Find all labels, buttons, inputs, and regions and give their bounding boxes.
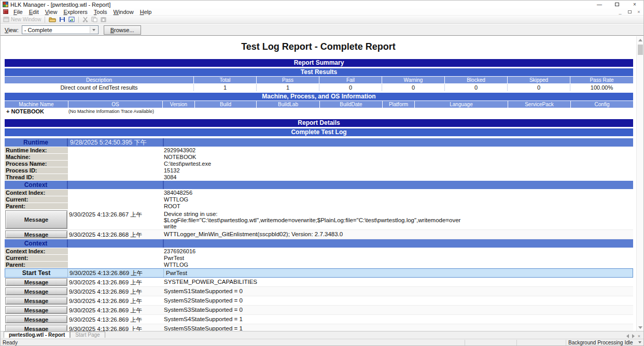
- chevron-down-icon[interactable]: [90, 26, 97, 33]
- log-message-row: Message9/30/2025 4:13:26.869 上午SystemS4S…: [5, 315, 633, 324]
- browse-button[interactable]: Browse...: [104, 25, 141, 35]
- log-kv-label: Process Name:: [5, 161, 68, 167]
- complete-test-log-header: Complete Test Log: [5, 128, 633, 136]
- tab-scroll-right-icon[interactable]: [632, 334, 635, 338]
- log-section-timestamp: 9/28/2025 5:24:50.395 下午: [68, 138, 164, 147]
- log-kv-row: Thread ID:3084: [5, 174, 633, 181]
- log-section-label: Context: [5, 181, 68, 189]
- view-select[interactable]: - Complete: [22, 25, 99, 34]
- log-kv-value: WTTLOG: [164, 196, 633, 203]
- report-icon: [68, 17, 75, 22]
- cut-button[interactable]: [81, 16, 90, 23]
- start-test-row[interactable]: Start Test9/30/2025 4:13:26.869 上午PwrTes…: [5, 268, 633, 278]
- paste-button[interactable]: [99, 16, 108, 23]
- menu-edit[interactable]: Edit: [26, 9, 42, 15]
- status-ready: Ready: [1, 340, 465, 345]
- mdi-minimize-icon[interactable]: _: [615, 9, 625, 15]
- log-kv-value: 384048256: [164, 190, 633, 196]
- test-results-cell: 100.00%: [570, 84, 633, 91]
- test-results-cell: 0: [319, 84, 382, 91]
- mdi-close-icon[interactable]: ×: [634, 9, 643, 15]
- message-button[interactable]: Message: [5, 287, 67, 295]
- column-header: Total: [194, 77, 257, 83]
- menu-help[interactable]: Help: [137, 9, 155, 15]
- scroll-up-icon[interactable]: [637, 36, 643, 44]
- log-kv-label: Current:: [5, 196, 68, 203]
- message-button[interactable]: Message: [5, 278, 67, 286]
- message-button[interactable]: Message: [5, 210, 67, 229]
- minimize-icon[interactable]: —: [591, 1, 608, 8]
- restore-icon[interactable]: [608, 1, 626, 8]
- log-section-row[interactable]: Context: [5, 239, 633, 248]
- cut-scissors-icon: [82, 17, 88, 22]
- column-header: Skipped: [508, 77, 570, 83]
- column-header: Version: [163, 101, 195, 108]
- message-button[interactable]: Message: [5, 230, 67, 238]
- new-window-label: New Window: [11, 17, 41, 22]
- app-icon: [3, 2, 8, 7]
- log-kv-value: 2376926016: [164, 248, 633, 255]
- report-view: Test Log Report - Complete Report Report…: [1, 36, 636, 331]
- menu-tools[interactable]: Tools: [91, 9, 110, 15]
- message-text: SystemS1StateSupported = 0: [164, 287, 633, 296]
- chevron-down-icon[interactable]: [638, 341, 641, 343]
- message-button[interactable]: Message: [5, 306, 67, 314]
- message-button[interactable]: Message: [5, 315, 67, 323]
- document-icon[interactable]: [3, 9, 8, 14]
- log-kv-value: 2929943902: [164, 147, 633, 154]
- tab-start-page[interactable]: Start Page: [70, 331, 105, 338]
- menu-explorers[interactable]: Explorers: [60, 9, 90, 15]
- message-text: WTTLogger_MinWin_GitEnlistment(sscpbld02…: [164, 230, 633, 239]
- new-window-button[interactable]: New Window: [2, 16, 43, 23]
- start-test-value: PwrTest: [164, 269, 633, 277]
- scrollbar-thumb[interactable]: [638, 45, 643, 55]
- machine-info-row: + NOTEBOOK (No Machine Information Trace…: [5, 108, 633, 115]
- log-kv-label: Thread ID:: [5, 174, 68, 181]
- column-header: Machine Name: [5, 101, 68, 108]
- export-report-button[interactable]: [67, 16, 76, 23]
- tab-pwrtestlog-wtl-report[interactable]: pwrtestlog.wtl - Report: [4, 331, 70, 338]
- message-timestamp: 9/30/2025 4:13:26.869 上午: [68, 296, 164, 305]
- column-header: Pass Rate: [570, 77, 633, 83]
- vertical-scrollbar[interactable]: [636, 36, 643, 331]
- machine-name-expander[interactable]: + NOTEBOOK: [5, 108, 68, 115]
- scroll-down-icon[interactable]: [637, 324, 643, 331]
- message-text: SYSTEM_POWER_CAPABILITIES: [164, 278, 633, 286]
- menu-file[interactable]: File: [10, 9, 26, 15]
- save-icon: [59, 17, 65, 22]
- open-button[interactable]: [47, 16, 58, 23]
- log-kv-value: ROOT: [164, 203, 633, 210]
- message-timestamp: 9/30/2025 4:13:26.869 上午: [68, 306, 164, 314]
- copy-icon: [91, 17, 97, 22]
- toolbar: New Window: [1, 16, 643, 24]
- menu-window[interactable]: Window: [110, 9, 137, 15]
- view-label: View:: [5, 27, 19, 33]
- message-line: WTTLogger_MinWin_GitEnlistment(sscpbld02…: [164, 231, 633, 237]
- column-header: Pass: [257, 77, 319, 83]
- test-results-header: Test Results: [5, 68, 633, 76]
- log-section-row[interactable]: Context: [5, 181, 633, 190]
- column-header: Warning: [382, 77, 445, 83]
- report-title: Test Log Report - Complete Report: [5, 41, 632, 53]
- column-header: BuildDate: [320, 101, 383, 108]
- background-processing-select[interactable]: Background Processing Idle: [566, 340, 643, 345]
- tab-close-icon[interactable]: ×: [638, 334, 640, 339]
- status-bar: Ready Background Processing Idle: [1, 339, 643, 345]
- copy-button[interactable]: [90, 16, 99, 23]
- start-test-label: Start Test: [5, 269, 68, 277]
- tab-scroll-left-icon[interactable]: [626, 334, 629, 338]
- open-folder-icon: [49, 17, 56, 22]
- menu-view[interactable]: View: [42, 9, 61, 15]
- column-header: OS: [68, 101, 163, 108]
- save-button[interactable]: [58, 16, 67, 23]
- message-line: SystemS5StateSupported = 1: [164, 325, 633, 331]
- log-section-row[interactable]: Runtime9/28/2025 5:24:50.395 下午: [5, 138, 633, 147]
- mdi-restore-icon[interactable]: [625, 9, 634, 15]
- close-icon[interactable]: ×: [626, 1, 643, 8]
- message-timestamp: 9/30/2025 4:13:26.868 上午: [68, 230, 164, 239]
- report-details-header: Report Details: [5, 119, 633, 127]
- log-kv-row: Context Index:2376926016: [5, 248, 633, 255]
- message-button[interactable]: Message: [5, 297, 67, 305]
- log-section-label: Runtime: [5, 138, 68, 147]
- message-text: SystemS4StateSupported = 1: [164, 315, 633, 324]
